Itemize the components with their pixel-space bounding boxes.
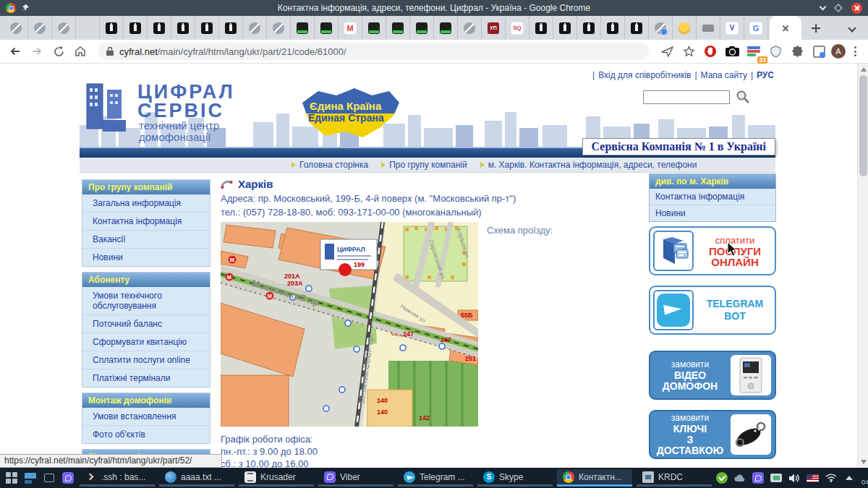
send-to-device-icon[interactable] — [658, 42, 676, 61]
viber-tray-icon[interactable] — [752, 472, 764, 484]
task-telegram[interactable]: Telegram ... — [398, 469, 473, 487]
browser-tab[interactable] — [195, 16, 219, 40]
sidebar-item-terminals[interactable]: Платіжні термінали — [82, 369, 210, 387]
show-desktop-button[interactable] — [42, 471, 56, 485]
browser-tab[interactable] — [529, 16, 553, 40]
close-button[interactable] — [851, 3, 862, 14]
site-search-input[interactable] — [643, 90, 730, 104]
sidebar-item-news[interactable]: Новини — [82, 249, 210, 266]
browser-tab[interactable] — [362, 16, 386, 40]
telegram-bot-button[interactable]: TELEGRAM BOT — [649, 286, 776, 335]
breadcrumb-about[interactable]: Про групу компаній — [381, 160, 467, 170]
app-launcher-icon[interactable] — [4, 471, 19, 485]
scroll-down-arrow[interactable] — [861, 460, 867, 464]
sidebar-item-contact-info[interactable]: Контактна інформація — [82, 213, 210, 231]
order-video-intercom-button[interactable]: замовити ВІДЕО ДОМОФОН — [649, 351, 776, 400]
browser-tab[interactable] — [267, 16, 291, 40]
chrome-menu-icon[interactable] — [848, 43, 862, 59]
search-icon[interactable] — [736, 90, 750, 104]
browser-tab[interactable] — [291, 16, 315, 40]
bookmark-star-icon[interactable] — [679, 42, 698, 61]
task-viber[interactable]: Viber — [318, 469, 393, 487]
sidebar-item-service-terms[interactable]: Умови технічного обслуговування — [82, 287, 210, 315]
breadcrumb-home[interactable]: Головна сторінка — [292, 160, 368, 170]
staff-login-link[interactable]: Вхід для співробітників — [598, 70, 691, 80]
language-rus-link[interactable]: РУС — [757, 70, 774, 80]
sitemap-link[interactable]: Мапа сайту — [701, 70, 747, 80]
browser-tab[interactable] — [458, 16, 482, 40]
camera-extension-icon[interactable] — [723, 42, 741, 61]
task-aaaa-txt[interactable]: aaaa.txt ... — [159, 469, 234, 487]
virtual-desktop-pager[interactable] — [23, 471, 38, 485]
browser-tab[interactable] — [4, 16, 28, 40]
browser-tab[interactable] — [171, 16, 195, 40]
browser-tab[interactable] — [100, 16, 124, 40]
task-ssh-terminal[interactable]: .ssh : bas... — [80, 469, 155, 487]
breadcrumb-current[interactable]: м. Харків. Контактна інформація, адреси,… — [480, 160, 697, 170]
browser-tab[interactable]: V — [720, 16, 744, 40]
reload-button[interactable] — [49, 42, 68, 61]
sidebar-item-balance[interactable]: Поточний баланс — [82, 315, 210, 333]
back-button[interactable] — [6, 42, 25, 61]
tab-search-chevron[interactable] — [848, 24, 856, 32]
address-bar[interactable]: cyfral.net/main/cyfral/htm/lang/ukr/part… — [98, 43, 649, 60]
scroll-up-arrow[interactable] — [861, 67, 867, 72]
shield-extension-icon[interactable] — [766, 42, 785, 61]
updates-ok-icon[interactable] — [716, 472, 728, 484]
browser-tab[interactable] — [124, 16, 148, 40]
browser-tab[interactable] — [577, 16, 601, 40]
browser-tab[interactable] — [76, 16, 100, 40]
task-krusader[interactable]: Krusader — [239, 469, 314, 487]
browser-tab[interactable]: SQ — [506, 16, 529, 40]
browser-tab[interactable] — [410, 16, 434, 40]
browser-tab[interactable] — [52, 16, 76, 40]
close-tab-icon[interactable] — [781, 24, 790, 33]
active-tab[interactable] — [770, 16, 801, 40]
task-chrome-active[interactable]: Контактн... — [557, 469, 632, 487]
browser-tab[interactable]: УП — [482, 16, 506, 40]
extensions-puzzle-icon[interactable] — [788, 42, 807, 61]
scrollbar-thumb[interactable] — [859, 75, 867, 176]
sidebar-item-pay-online[interactable]: Сплатити послуги online — [82, 351, 210, 369]
order-keys-button[interactable]: замовити КЛЮЧІ З ДОСТАВКОЮ — [649, 410, 776, 459]
browser-tab[interactable] — [243, 16, 267, 40]
browser-tab[interactable] — [315, 16, 339, 40]
tray-expand-caret[interactable] — [843, 472, 855, 484]
browser-tab[interactable] — [625, 16, 649, 40]
browser-tab[interactable]: G — [744, 16, 768, 40]
minimize-button[interactable] — [820, 3, 827, 10]
browser-tab[interactable] — [219, 16, 243, 40]
browser-tab[interactable]: M — [339, 16, 362, 40]
taskbar-clock[interactable]: 18:17 04.06.2022 — [861, 470, 868, 486]
sidebar-item-receipt[interactable]: Сформувати квитанцію — [82, 333, 210, 351]
task-skype[interactable]: SSkype — [477, 469, 553, 487]
cards-extension-icon[interactable]: 33 — [744, 42, 763, 61]
pay-online-button[interactable]: сплатити ПОСЛУГИ ОНЛАЙН — [649, 226, 776, 275]
volume-icon[interactable] — [788, 472, 800, 484]
sidebar-item-general-info[interactable]: Загальна информація — [82, 194, 210, 213]
browser-tab[interactable] — [673, 16, 697, 40]
task-krdc[interactable]: KRDC — [637, 469, 712, 487]
maximize-button[interactable] — [834, 4, 842, 12]
new-tab-button[interactable] — [806, 18, 826, 38]
browser-tab[interactable] — [553, 16, 577, 40]
keyboard-layout-us-flag[interactable] — [807, 474, 819, 482]
forward-button[interactable] — [27, 42, 46, 61]
sidebar-item-vacancies[interactable]: Вакансії — [82, 231, 210, 249]
adblock-extension-icon[interactable] — [701, 42, 720, 61]
browser-tab[interactable] — [148, 16, 171, 40]
right-link-contact-info[interactable]: Контактна інформація — [650, 189, 775, 205]
sidepanel-icon[interactable] — [809, 42, 828, 61]
page-scrollbar[interactable] — [857, 64, 868, 468]
browser-tab[interactable] — [386, 16, 410, 40]
wifi-icon[interactable] — [825, 472, 837, 484]
profile-avatar[interactable]: A — [831, 44, 846, 59]
browser-tab[interactable] — [601, 16, 625, 40]
cloud-icon[interactable] — [734, 472, 746, 484]
browser-tab[interactable] — [28, 16, 52, 40]
browser-tab[interactable] — [434, 16, 458, 40]
right-link-news[interactable]: Новини — [650, 205, 775, 221]
viber-launcher-icon[interactable] — [61, 471, 75, 485]
browser-tab[interactable] — [649, 16, 673, 40]
sidebar-item-photos[interactable]: Фото об'єктів — [82, 426, 210, 443]
